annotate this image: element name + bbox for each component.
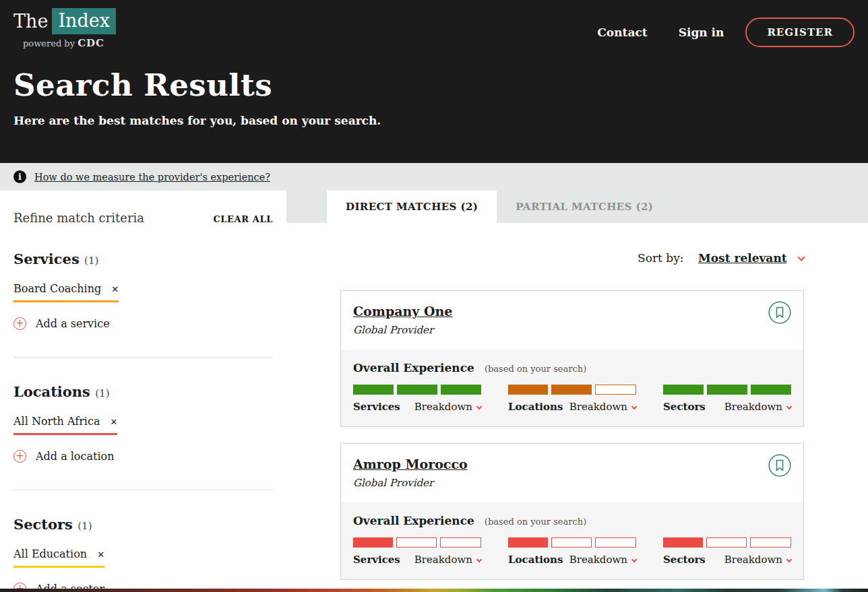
filter-chip-board-coaching: Board Coaching ✕	[13, 282, 119, 302]
plus-circle-icon: +	[13, 450, 26, 463]
experience-group-services: Services Breakdown	[353, 385, 481, 413]
breakdown-toggle[interactable]: Breakdown	[414, 401, 481, 413]
locations-count: (1)	[95, 387, 109, 399]
breakdown-toggle[interactable]: Breakdown	[569, 554, 636, 566]
sectors-count: (1)	[78, 520, 92, 532]
score-bars	[663, 385, 791, 395]
provider-type: Global Provider	[353, 324, 790, 336]
add-location-button[interactable]: + Add a location	[13, 450, 273, 463]
add-service-label: Add a service	[36, 317, 110, 330]
sort-select[interactable]: Most relevant	[698, 251, 787, 265]
score-bars	[508, 537, 636, 548]
logo[interactable]: The Index powered by CDC	[13, 8, 116, 48]
score-bar-empty	[595, 537, 636, 548]
add-service-button[interactable]: + Add a service	[13, 317, 273, 330]
chevron-down-icon	[476, 404, 482, 409]
tab-partial-matches[interactable]: PARTIAL MATCHES (2)	[497, 191, 672, 223]
score-bar-empty	[551, 537, 592, 548]
breakdown-toggle[interactable]: Breakdown	[569, 401, 636, 413]
experience-info-link[interactable]: How do we measure the provider's experie…	[34, 172, 270, 183]
score-bar-filled	[508, 537, 548, 548]
logo-the: The	[13, 12, 52, 30]
chevron-down-icon	[631, 404, 637, 409]
experience-group-sectors: Sectors Breakdown	[663, 537, 791, 566]
sort-row: Sort by: Most relevant	[286, 251, 804, 265]
logo-powered-by: powered by CDC	[23, 38, 116, 48]
score-bar-empty	[396, 537, 437, 548]
score-bar-filled	[707, 385, 747, 395]
masthead: The Index powered by CDC Contact Sign in…	[0, 0, 868, 163]
register-button[interactable]: REGISTER	[745, 18, 855, 47]
score-bars	[663, 537, 791, 548]
add-location-label: Add a location	[36, 450, 114, 463]
provider-name-link[interactable]: Company One	[353, 304, 452, 319]
tab-bar: DIRECT MATCHES (2) PARTIAL MATCHES (2)	[286, 191, 868, 223]
top-nav: Contact Sign in REGISTER	[566, 18, 855, 47]
filter-chip-all-north-africa: All North Africa ✕	[13, 415, 117, 435]
experience-title: Overall Experience	[353, 361, 474, 374]
score-bar-filled	[751, 385, 791, 395]
filter-section-services: Services (1) Board Coaching ✕ + Add a se…	[13, 225, 273, 358]
experience-group-locations: Locations Breakdown	[508, 385, 636, 413]
result-card: Amrop Morocco Global Provider Overall Ex…	[340, 443, 804, 580]
sectors-heading: Sectors (1)	[13, 516, 273, 533]
chip-close-icon[interactable]: ✕	[97, 550, 104, 560]
plus-circle-icon: +	[13, 317, 26, 330]
info-icon: i	[13, 170, 26, 183]
score-bars	[508, 385, 636, 395]
group-label: Sectors	[663, 401, 706, 413]
tab-direct-matches[interactable]: DIRECT MATCHES (2)	[327, 191, 497, 223]
bookmark-button[interactable]	[768, 454, 791, 479]
result-card: Company One Global Provider Overall Expe…	[340, 290, 804, 427]
cdc-logo: CDC	[78, 37, 104, 49]
group-label: Locations	[508, 401, 563, 413]
provider-name-link[interactable]: Amrop Morocco	[353, 457, 468, 471]
score-bar-filled	[663, 385, 704, 395]
chip-label: All North Africa	[13, 415, 100, 428]
group-label: Sectors	[663, 554, 706, 566]
chevron-down-icon	[476, 557, 482, 562]
nav-sign-in-link[interactable]: Sign in	[679, 26, 724, 39]
experience-note: (based on your search)	[485, 517, 586, 527]
locations-heading: Locations (1)	[13, 383, 273, 400]
score-bar-empty	[706, 537, 747, 548]
score-bar-filled	[663, 537, 703, 548]
experience-panel: Overall Experience (based on your search…	[341, 350, 803, 426]
filter-section-locations: Locations (1) All North Africa ✕ + Add a…	[13, 358, 273, 490]
bookmark-icon	[768, 454, 791, 477]
experience-note: (based on your search)	[485, 364, 586, 374]
experience-group-sectors: Sectors Breakdown	[663, 385, 791, 413]
chevron-down-icon	[786, 404, 792, 409]
score-bar-filled	[441, 385, 481, 395]
group-label: Services	[353, 401, 400, 413]
score-bar-empty	[595, 385, 636, 395]
breakdown-toggle[interactable]: Breakdown	[724, 401, 791, 413]
experience-title: Overall Experience	[353, 514, 474, 527]
breakdown-toggle[interactable]: Breakdown	[414, 554, 481, 566]
bookmark-button[interactable]	[768, 301, 791, 326]
group-label: Locations	[508, 554, 563, 566]
services-count: (1)	[84, 255, 98, 267]
chip-label: All Education	[13, 548, 87, 560]
score-bar-empty	[750, 537, 791, 548]
chevron-down-icon[interactable]	[797, 253, 805, 261]
bookmark-icon	[768, 301, 791, 324]
chip-close-icon[interactable]: ✕	[111, 284, 119, 294]
breakdown-toggle[interactable]: Breakdown	[724, 554, 791, 566]
score-bars	[353, 537, 481, 548]
page-title: Search Results	[13, 67, 855, 103]
score-bar-filled	[353, 537, 393, 548]
sort-by-label: Sort by:	[638, 251, 683, 265]
page-subtitle: Here are the best matches for you, based…	[13, 114, 855, 127]
filter-chip-all-education: All Education ✕	[13, 548, 104, 568]
brand-rainbow-strip	[0, 589, 868, 592]
chevron-down-icon	[631, 557, 637, 562]
clear-all-button[interactable]: CLEAR ALL	[213, 214, 273, 224]
logo-index: Index	[52, 8, 116, 34]
experience-group-services: Services Breakdown	[353, 537, 481, 566]
score-bar-filled	[551, 385, 591, 395]
nav-contact-link[interactable]: Contact	[597, 26, 647, 39]
chip-close-icon[interactable]: ✕	[111, 417, 118, 427]
score-bars	[353, 385, 481, 395]
experience-panel: Overall Experience (based on your search…	[341, 502, 803, 579]
